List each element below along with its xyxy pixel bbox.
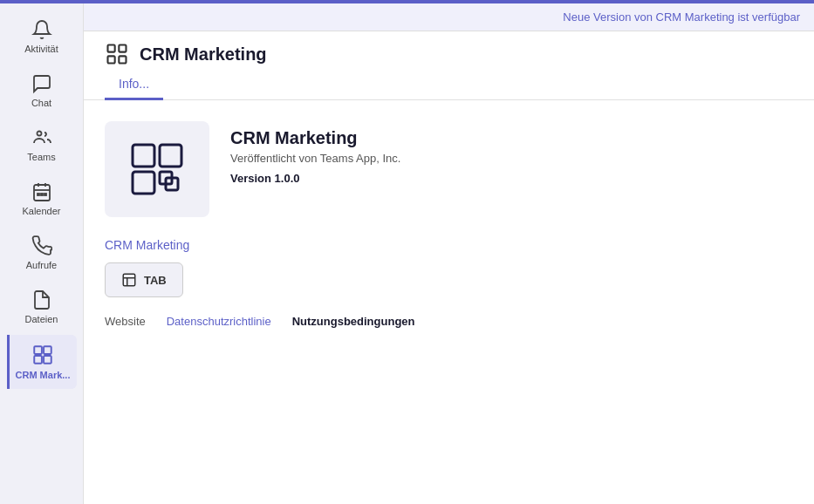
sidebar-item-kalender[interactable]: Kalender xyxy=(7,173,77,225)
main-content: Neue Version von CRM Marketing ist verfü… xyxy=(84,3,814,504)
svg-rect-8 xyxy=(34,346,42,354)
tab-button-label: TAB xyxy=(144,274,167,287)
tab-button[interactable]: TAB xyxy=(105,262,183,297)
section-title: CRM Marketing xyxy=(105,238,793,252)
app-details: CRM Marketing Veröffentlicht von Teams A… xyxy=(230,121,400,185)
svg-rect-16 xyxy=(133,145,154,167)
footer-links: Website Datenschutzrichtlinie Nutzungsbe… xyxy=(105,315,793,328)
svg-point-0 xyxy=(37,132,41,136)
teams-icon xyxy=(31,127,52,148)
tabs: Info... xyxy=(84,70,814,100)
svg-rect-14 xyxy=(108,56,115,63)
svg-rect-21 xyxy=(123,274,135,286)
bell-icon xyxy=(31,19,52,40)
sidebar-item-aktivitat[interactable]: Aktivität xyxy=(7,10,77,63)
sidebar: Aktivität Chat Teams xyxy=(0,3,84,504)
notification-text: Neue Version von CRM Marketing ist verfü… xyxy=(563,10,800,24)
notification-bar: Neue Version von CRM Marketing ist verfü… xyxy=(84,3,814,31)
svg-rect-1 xyxy=(34,185,50,201)
svg-rect-11 xyxy=(44,356,51,364)
calendar-icon xyxy=(31,181,52,202)
sidebar-item-aufrufe-label: Aufrufe xyxy=(26,260,57,270)
page-header: CRM Marketing xyxy=(84,31,814,66)
app-name: CRM Marketing xyxy=(230,128,400,148)
app-info-card: CRM Marketing Veröffentlicht von Teams A… xyxy=(105,121,793,217)
app-publisher: Veröffentlicht von Teams App, Inc. xyxy=(230,152,400,165)
footer-privacy-link[interactable]: Datenschutzrichtlinie xyxy=(167,315,271,328)
tab-button-icon xyxy=(121,272,137,288)
app-logo-icon xyxy=(126,138,188,201)
footer-terms-link[interactable]: Nutzungsbedingungen xyxy=(292,315,415,328)
svg-rect-6 xyxy=(41,194,43,195)
tab-info[interactable]: Info... xyxy=(105,70,163,100)
footer-website-link[interactable]: Website xyxy=(105,315,146,328)
sidebar-item-aufrufe[interactable]: Aufrufe xyxy=(7,227,77,279)
sidebar-item-teams[interactable]: Teams xyxy=(7,119,77,171)
svg-rect-13 xyxy=(119,45,126,52)
svg-rect-15 xyxy=(119,56,126,63)
chat-icon xyxy=(31,73,52,94)
sidebar-item-chat-label: Chat xyxy=(31,98,51,108)
svg-rect-12 xyxy=(108,45,115,52)
app-header-icon xyxy=(105,42,129,66)
page-body: CRM Marketing Veröffentlicht von Teams A… xyxy=(84,100,814,504)
svg-rect-9 xyxy=(44,346,51,354)
svg-rect-10 xyxy=(34,356,42,364)
sidebar-item-crm[interactable]: CRM Mark... xyxy=(7,335,77,389)
sidebar-item-chat[interactable]: Chat xyxy=(7,65,77,117)
files-icon xyxy=(31,289,52,310)
sidebar-item-dateien-label: Dateien xyxy=(25,314,58,324)
call-icon xyxy=(31,235,52,256)
crm-icon xyxy=(31,344,54,366)
sidebar-item-kalender-label: Kalender xyxy=(22,206,60,216)
svg-rect-18 xyxy=(133,172,154,194)
sidebar-item-dateien[interactable]: Dateien xyxy=(7,281,77,333)
svg-rect-5 xyxy=(38,194,39,195)
sidebar-item-teams-label: Teams xyxy=(27,152,55,162)
svg-rect-17 xyxy=(160,145,181,167)
sidebar-item-aktivitat-label: Aktivität xyxy=(24,44,58,54)
sidebar-item-crm-label: CRM Mark... xyxy=(16,370,71,380)
page-title: CRM Marketing xyxy=(140,44,267,65)
app-version: Version 1.0.0 xyxy=(230,172,400,185)
app-icon-box xyxy=(105,121,209,217)
svg-rect-7 xyxy=(44,194,46,195)
